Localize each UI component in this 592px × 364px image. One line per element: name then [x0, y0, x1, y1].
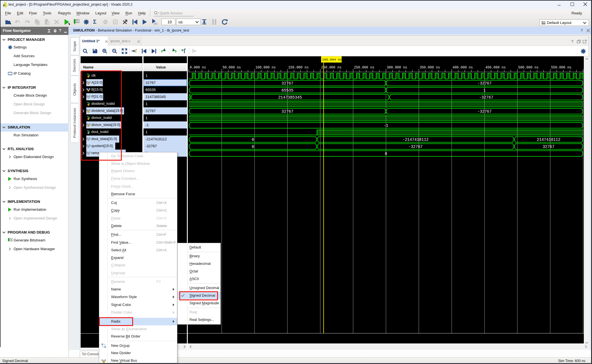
svg-text:205.004 ns: 205.004 ns [322, 58, 342, 61]
svg-text:0: 0 [385, 152, 387, 156]
svg-text:-32767: -32767 [479, 95, 493, 100]
svg-text:550.000 ns: 550.000 ns [551, 66, 571, 70]
svg-text:200.000 ns: 200.000 ns [321, 66, 341, 70]
svg-text:400.000 ns: 400.000 ns [452, 66, 473, 70]
svg-text:0.000 ns: 0.000 ns [190, 66, 206, 70]
svg-text:2147385345: 2147385345 [278, 95, 302, 100]
svg-text:32767: 32767 [543, 145, 555, 149]
svg-text:300.000 ns: 300.000 ns [387, 66, 407, 70]
svg-text:32767: 32767 [282, 109, 293, 114]
svg-text:32767: 32767 [282, 81, 293, 86]
svg-text:2147418112: 2147418112 [537, 137, 560, 142]
svg-text:-32767: -32767 [408, 145, 423, 149]
svg-text:150.000 ns: 150.000 ns [288, 66, 309, 70]
svg-text:1: 1 [483, 88, 485, 93]
svg-text:0: 0 [252, 145, 254, 149]
svg-text:-2147418112: -2147418112 [403, 137, 428, 142]
svg-text:250.000 ns: 250.000 ns [354, 66, 374, 70]
svg-text:100.000 ns: 100.000 ns [255, 66, 276, 70]
svg-text:450.000 ns: 450.000 ns [485, 66, 506, 70]
svg-text:65535: 65535 [282, 88, 293, 93]
svg-text:350.000 ns: 350.000 ns [420, 66, 440, 70]
svg-text:0: 0 [252, 137, 254, 142]
svg-text:-32767: -32767 [477, 81, 491, 86]
svg-text:10: 10 [77, 21, 79, 23]
svg-text:10: 10 [11, 240, 12, 241]
svg-text:-1: -1 [384, 123, 388, 128]
svg-text:500.000 ns: 500.000 ns [518, 66, 538, 70]
svg-text:-32767: -32767 [477, 109, 491, 114]
svg-text:(T): (T) [154, 23, 157, 25]
svg-text:50.000 ns: 50.000 ns [223, 66, 241, 70]
